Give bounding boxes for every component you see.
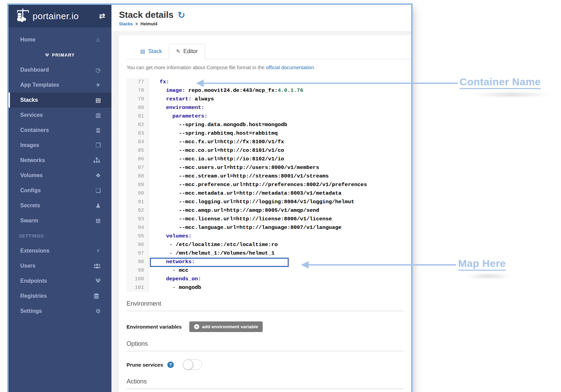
code-text: depends_on: xyxy=(148,275,201,283)
bolt-icon: ⚡ xyxy=(94,247,103,255)
map-here-annotation: Map Here xyxy=(458,258,506,271)
sidebar-item-label: Registries xyxy=(20,293,47,299)
line-number: 90 xyxy=(127,189,148,198)
sidebar-item-home[interactable]: Home⌂ xyxy=(9,32,111,47)
line-number: 91 xyxy=(127,198,148,206)
editor-line-94[interactable]: 94 --mcc.language.url=http://language:80… xyxy=(127,223,411,232)
sidebar-item-label: Volumes xyxy=(20,172,43,179)
environment-variables-label: Environment variables xyxy=(127,324,182,330)
breadcrumb: Stacks > Helmut4 xyxy=(119,22,411,26)
editor-line-80[interactable]: 80 environment: xyxy=(127,103,411,112)
primary-endpoint-label: PRIMARY xyxy=(52,52,75,58)
sidebar-section-settings: SETTINGS xyxy=(9,228,111,243)
sidebar-item-secrets[interactable]: Secrets♟ xyxy=(9,198,111,213)
code-text: - mcc xyxy=(148,266,188,275)
breadcrumb-current: Helmut4 xyxy=(141,22,157,26)
editor-line-97[interactable]: 97 - /mnt/helmut_1:/Volumes/helmut_1 xyxy=(127,249,411,258)
page-body: ▤ Stack ✎ Editor You can get more inform… xyxy=(111,31,411,392)
line-number: 80 xyxy=(127,103,148,112)
database-icon xyxy=(94,293,103,299)
cubes-icon: ❖ xyxy=(94,172,103,179)
sidebar-item-label: Containers xyxy=(20,127,49,133)
refresh-icon[interactable]: ↻ xyxy=(178,11,185,20)
portainer-logo-icon xyxy=(15,8,31,24)
code-text: --mcc.io.url=http://io:8102/v1/io xyxy=(148,155,284,163)
map-here-arrow xyxy=(308,264,456,266)
sidebar-item-containers[interactable]: Containers≣ xyxy=(9,123,111,138)
editor-line-101[interactable]: 101 - mongodb xyxy=(127,283,411,292)
sidebar-item-extensions[interactable]: Extensions⚡ xyxy=(9,243,111,258)
users-icon xyxy=(94,264,103,269)
page-title: Stack details xyxy=(119,10,174,20)
editor-line-96[interactable]: 96 - /etc/localtime:/etc/localtime:ro xyxy=(127,241,411,249)
editor-line-83[interactable]: 83 --spring.rabbitmq.host=rabbitmq xyxy=(127,129,411,138)
sidebar-endpoint-primary[interactable]: ΨPRIMARY xyxy=(9,47,111,62)
sidebar-item-networks[interactable]: Networks xyxy=(9,153,111,168)
official-documentation-link[interactable]: official documentation xyxy=(266,65,314,70)
code-text: --mcc.logging.url=http://logging:8004/v1… xyxy=(148,198,354,206)
editor-line-88[interactable]: 88 --mcc.stream.url=http://streams:8001/… xyxy=(127,172,411,181)
editor-line-92[interactable]: 92 --mcc.amqp.url=http://amqp:8005/v1/am… xyxy=(127,206,411,215)
editor-line-89[interactable]: 89 --mcc.preference.url=http://preferenc… xyxy=(127,181,411,189)
sidebar-item-stacks[interactable]: Stacks▤ xyxy=(9,93,111,108)
line-number: 94 xyxy=(127,223,148,232)
editor-line-93[interactable]: 93 --mcc.license.url=http://license:8006… xyxy=(127,215,411,223)
compose-info-text: You can get more information about Compo… xyxy=(127,65,411,70)
editor-line-99[interactable]: 99 - mcc xyxy=(127,266,411,275)
sidebar-item-settings[interactable]: Settings⚙ xyxy=(9,304,111,319)
add-environment-variable-button[interactable]: + add environment variable xyxy=(189,321,263,332)
sidebar-item-label: Stacks xyxy=(20,97,38,103)
code-text: networks: xyxy=(148,258,195,266)
code-text: - mongodb xyxy=(148,283,201,292)
sidebar-item-swarm[interactable]: Swarm⊞ xyxy=(9,213,111,228)
sidebar-item-endpoints[interactable]: EndpointsΨ xyxy=(9,273,111,289)
question-circle-icon[interactable]: ? xyxy=(167,362,174,368)
sidebar-item-dashboard[interactable]: Dashboard◷ xyxy=(9,62,111,77)
tab-bar: ▤ Stack ✎ Editor xyxy=(127,44,411,59)
server-icon: ≣ xyxy=(94,127,103,134)
editor-line-79[interactable]: 79 restart: always xyxy=(127,95,411,103)
editor-line-82[interactable]: 82 --spring.data.mongodb.host=mongodb xyxy=(127,121,411,129)
editor-line-78[interactable]: 78 image: repo.moovit24.de:443/mcp_fx:4.… xyxy=(127,86,411,95)
plug-icon: Ψ xyxy=(94,278,103,284)
prune-services-toggle[interactable] xyxy=(183,359,202,370)
editor-line-86[interactable]: 86 --mcc.io.url=http://io:8102/v1/io xyxy=(127,155,411,163)
line-number: 95 xyxy=(127,232,148,241)
editor-line-91[interactable]: 91 --mcc.logging.url=http://logging:8004… xyxy=(127,198,411,206)
compose-editor[interactable]: 77 fx:78 image: repo.moovit24.de:443/mcp… xyxy=(127,78,411,292)
sidebar-item-users[interactable]: Users xyxy=(9,258,111,273)
tab-stack[interactable]: ▤ Stack xyxy=(133,44,169,59)
editor-line-100[interactable]: 100 depends_on: xyxy=(127,275,411,283)
editor-line-90[interactable]: 90 --mcc.metadata.url=http://metadata:80… xyxy=(127,189,411,198)
map-here-arrowhead xyxy=(301,261,309,269)
tachometer-icon: ◷ xyxy=(94,66,103,74)
sidebar-item-label: Secrets xyxy=(20,203,40,209)
line-number: 88 xyxy=(127,172,148,181)
breadcrumb-separator: > xyxy=(135,22,138,26)
sidebar-item-configs[interactable]: Configs❏ xyxy=(9,183,111,198)
tab-editor[interactable]: ✎ Editor xyxy=(169,44,205,59)
line-number: 87 xyxy=(127,163,148,172)
toggle-knob xyxy=(183,359,193,370)
breadcrumb-stacks-link[interactable]: Stacks xyxy=(119,22,133,26)
editor-line-81[interactable]: 81 parameters: xyxy=(127,112,411,121)
editor-line-87[interactable]: 87 --mcc.users.url=http://users:8000/v1/… xyxy=(127,163,411,172)
sidebar-item-volumes[interactable]: Volumes❖ xyxy=(9,168,111,183)
editor-line-77[interactable]: 77 fx: xyxy=(127,78,411,86)
line-number: 81 xyxy=(127,112,148,121)
code-text: --mcc.language.url=http://language:8007/… xyxy=(148,223,342,232)
code-text: fx: xyxy=(148,78,169,86)
container-name-arrowhead xyxy=(196,79,204,87)
editor-line-85[interactable]: 85 --mcc.co.url=http://co:8101/v1/co xyxy=(127,146,411,155)
sidebar-item-app-templates[interactable]: App Templates✈ xyxy=(9,77,111,93)
sidebar-item-services[interactable]: Services▥ xyxy=(9,108,111,123)
line-number: 98 xyxy=(127,258,148,266)
sidebar-item-registries[interactable]: Registries xyxy=(9,289,111,304)
editor-line-95[interactable]: 95 volumes: xyxy=(127,232,411,241)
sidebar-item-label: Home xyxy=(20,37,35,43)
environment-variables-row: Environment variables + add environment … xyxy=(127,321,411,332)
editor-line-84[interactable]: 84 --mcc.fx.url=http://fx:8100/v1/fx xyxy=(127,138,411,146)
object-group-icon: ⊞ xyxy=(94,217,103,224)
exchange-endpoints-icon[interactable]: ⇄ xyxy=(99,12,105,21)
sidebar-item-images[interactable]: Images❐ xyxy=(9,138,111,153)
